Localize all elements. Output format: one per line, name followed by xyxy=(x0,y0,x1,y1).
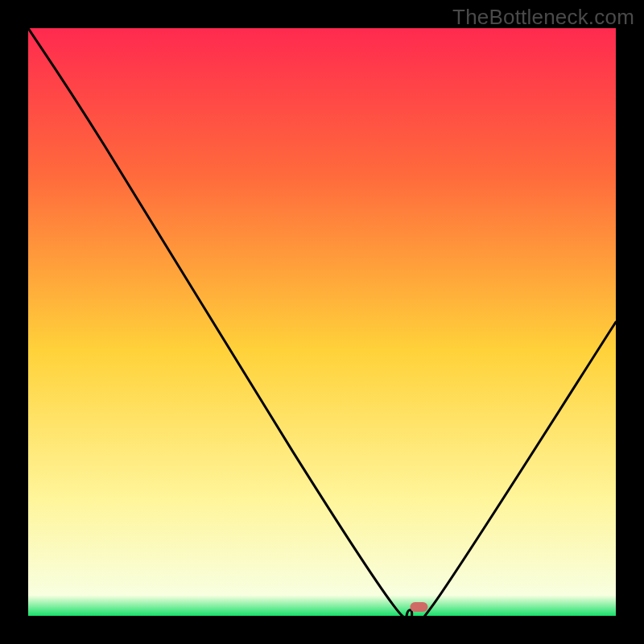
chart-svg xyxy=(28,28,616,616)
chart-background-gradient xyxy=(28,28,616,616)
chart-plot-area xyxy=(28,28,616,616)
watermark-text: TheBottleneck.com xyxy=(452,5,634,30)
optimal-marker xyxy=(410,602,427,612)
chart-frame: TheBottleneck.com xyxy=(0,0,644,644)
